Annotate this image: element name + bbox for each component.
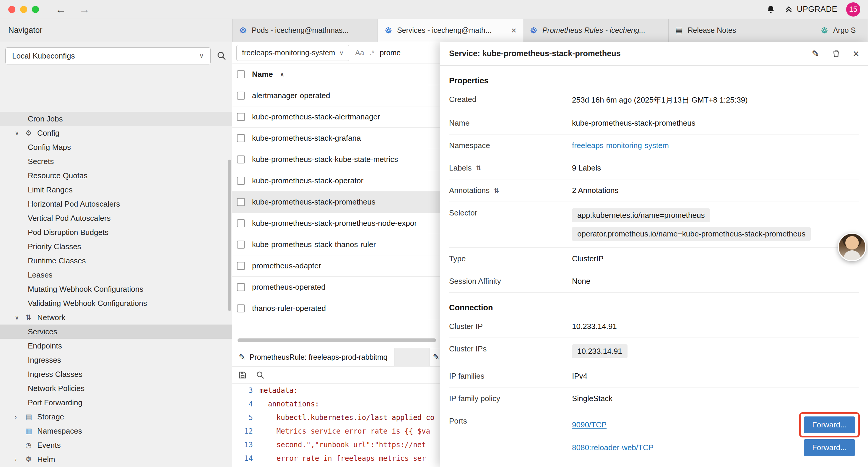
name-column-header[interactable]: Name [252, 70, 273, 79]
dock-tab-prometheusrule[interactable]: ✎ PrometheusRule: freeleaps-prod-rabbitm… [232, 348, 395, 366]
row-checkbox[interactable] [237, 155, 245, 164]
list-search-input[interactable]: Aa .* prome [355, 49, 436, 57]
sidebar-item-pod-disruption-budgets[interactable]: Pod Disruption Budgets [0, 225, 232, 239]
sidebar-item-label: Cron Jobs [28, 114, 63, 123]
sidebar-scrollbar[interactable] [228, 159, 231, 311]
table-row[interactable]: kube-prometheus-stack-alertmanager [232, 107, 440, 128]
edit-icon: ✎ [433, 353, 440, 362]
line-number: 5 [232, 411, 259, 425]
table-row[interactable]: prometheus-operated [232, 276, 440, 298]
detail-row-cluster-ips: Cluster IPs 10.233.14.91 [449, 338, 859, 365]
sidebar-item-network[interactable]: ∨⇅Network [0, 310, 232, 324]
sidebar-item-ingress-classes[interactable]: Ingress Classes [0, 367, 232, 381]
yaml-editor[interactable]: 3metadata: 4annotations: 5kubectl.kubern… [232, 384, 440, 465]
match-case-toggle[interactable]: Aa [355, 49, 364, 57]
sidebar-item-runtime-classes[interactable]: Runtime Classes [0, 254, 232, 268]
close-tab-icon[interactable]: × [511, 25, 517, 35]
table-row-selected[interactable]: kube-prometheus-stack-prometheus [232, 192, 440, 213]
sidebar-item-mutating-webhook-configurations[interactable]: Mutating Webhook Configurations [0, 282, 232, 296]
edit-resource-icon[interactable]: ✎ [812, 49, 819, 59]
dock-tab-partial[interactable]: ✎ [430, 348, 440, 366]
delete-resource-icon[interactable] [832, 49, 840, 58]
sidebar-item-events[interactable]: ◷Events [0, 438, 232, 452]
expand-labels-icon[interactable]: ⇅ [476, 164, 481, 172]
editor-search-icon[interactable] [256, 371, 265, 380]
row-checkbox[interactable] [237, 177, 245, 185]
notifications-bell-icon[interactable] [766, 5, 776, 14]
sidebar-item-namespaces[interactable]: ▦Namespaces [0, 424, 232, 438]
select-all-checkbox[interactable] [237, 70, 245, 78]
sidebar-item-endpoints[interactable]: Endpoints [0, 339, 232, 353]
table-row[interactable]: kube-prometheus-stack-prometheus-node-ex… [232, 213, 440, 234]
line-number: 14 [232, 451, 259, 465]
namespace-link[interactable]: freeleaps-monitoring-system [572, 141, 669, 150]
sidebar-item-validating-webhook-configurations[interactable]: Validating Webhook Configurations [0, 296, 232, 310]
row-checkbox[interactable] [237, 283, 245, 291]
detail-row-namespace: Namespace freeleaps-monitoring-system [449, 135, 859, 157]
tab-pods[interactable]: ☸ Pods - icecheng@mathmas... [232, 19, 378, 42]
regex-toggle[interactable]: .* [370, 49, 375, 57]
row-checkbox[interactable] [237, 262, 245, 270]
tab-prometheus-rules[interactable]: ☸ Prometheus Rules - icecheng... [523, 19, 669, 42]
row-checkbox[interactable] [237, 134, 245, 142]
sidebar-item-leases[interactable]: Leases [0, 268, 232, 282]
port-link-8080-reloader-web[interactable]: 8080:reloader-web/TCP [572, 443, 653, 452]
sidebar-item-config-maps[interactable]: Config Maps [0, 140, 232, 154]
table-row[interactable]: kube-prometheus-stack-grafana [232, 128, 440, 149]
row-checkbox[interactable] [237, 241, 245, 249]
forward-port-button[interactable]: Forward... [804, 416, 855, 433]
sidebar-item-network-policies[interactable]: Network Policies [0, 381, 232, 396]
save-icon[interactable] [238, 371, 247, 380]
sidebar-item-resource-quotas[interactable]: Resource Quotas [0, 169, 232, 183]
forward-port-button[interactable]: Forward... [804, 439, 855, 456]
sidebar-item-limit-ranges[interactable]: Limit Ranges [0, 183, 232, 197]
row-checkbox[interactable] [237, 113, 245, 121]
upgrade-label: UPGRADE [797, 5, 837, 14]
floating-avatar[interactable] [838, 233, 866, 261]
sidebar-item-cron-jobs[interactable]: Cron Jobs [0, 112, 232, 126]
sidebar-item-ingresses[interactable]: Ingresses [0, 353, 232, 367]
expand-annotations-icon[interactable]: ⇅ [494, 187, 499, 195]
sidebar-item-helm[interactable]: ›☸Helm [0, 452, 232, 466]
sidebar-item-config[interactable]: ∨⚙Config [0, 126, 232, 140]
close-panel-icon[interactable]: × [853, 48, 859, 60]
namespace-filter-select[interactable]: freeleaps-monitoring-system ∨ [236, 45, 349, 61]
chevron-down-icon: ∨ [15, 314, 25, 321]
sidebar-item-services[interactable]: Services [0, 324, 232, 339]
history-forward-button[interactable]: → [79, 3, 90, 16]
sidebar-item-vertical-pod-autoscalers[interactable]: Vertical Pod Autoscalers [0, 211, 232, 225]
history-back-button[interactable]: ← [56, 3, 66, 16]
table-row[interactable]: kube-prometheus-stack-operator [232, 170, 440, 192]
row-checkbox[interactable] [237, 304, 245, 313]
sidebar-item-port-forwarding[interactable]: Port Forwarding [0, 396, 232, 410]
table-row[interactable]: kube-prometheus-stack-thanos-ruler [232, 234, 440, 255]
tab-services[interactable]: ☸ Services - icecheng@math... × [378, 19, 523, 42]
sidebar-search-icon[interactable] [217, 51, 226, 61]
sidebar-item-secrets[interactable]: Secrets [0, 154, 232, 169]
tab-release-notes[interactable]: ▤ Release Notes [669, 19, 814, 42]
sort-ascending-icon[interactable]: ∧ [280, 71, 284, 78]
row-checkbox[interactable] [237, 198, 245, 206]
port-link-9090[interactable]: 9090/TCP [572, 420, 607, 430]
tab-argo[interactable]: ☸ Argo S [814, 19, 868, 42]
upgrade-button[interactable]: UPGRADE [784, 5, 837, 14]
notification-count-badge[interactable]: 15 [846, 2, 860, 17]
minimize-window-button[interactable] [20, 6, 27, 13]
maximize-window-button[interactable] [32, 6, 39, 13]
detail-row-ip-family-policy: IP family policy SingleStack [449, 387, 859, 410]
table-row[interactable]: alertmanager-operated [232, 85, 440, 107]
table-row[interactable]: thanos-ruler-operated [232, 298, 440, 319]
horizontal-scrollbar[interactable] [238, 339, 436, 342]
table-row[interactable]: kube-prometheus-stack-kube-state-metrics [232, 149, 440, 170]
service-name: prometheus-adapter [252, 261, 321, 270]
close-window-button[interactable] [8, 6, 16, 13]
row-checkbox[interactable] [237, 92, 245, 99]
row-checkbox[interactable] [237, 219, 245, 227]
table-row[interactable]: prometheus-adapter [232, 255, 440, 276]
sidebar-item-horizontal-pod-autoscalers[interactable]: Horizontal Pod Autoscalers [0, 197, 232, 211]
field-label: Type [449, 254, 466, 263]
sidebar-item-storage[interactable]: ›▤Storage [0, 410, 232, 424]
detail-row-type: Type ClusterIP [449, 248, 859, 270]
kubeconfig-selector[interactable]: Local Kubeconfigs ∨ [5, 47, 211, 64]
sidebar-item-priority-classes[interactable]: Priority Classes [0, 239, 232, 254]
